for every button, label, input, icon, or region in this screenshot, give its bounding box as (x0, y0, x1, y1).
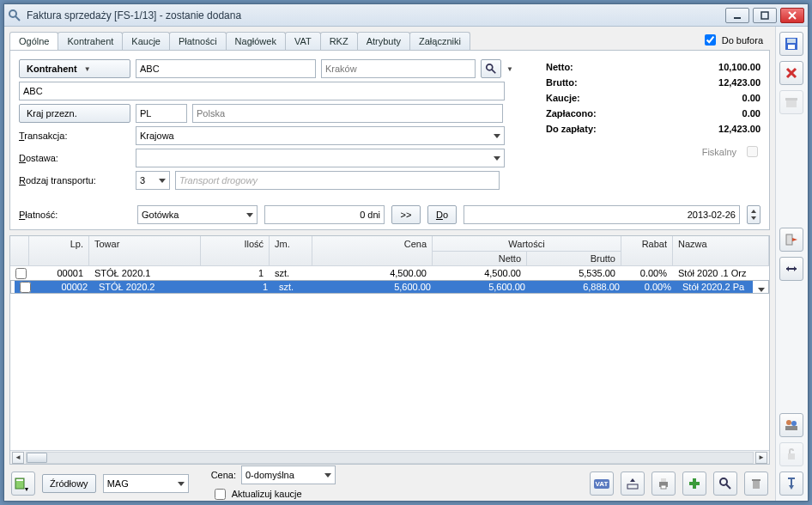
platnosc-label: Płatność: (19, 210, 130, 220)
arrows-h-icon (785, 262, 798, 276)
delete-button[interactable] (744, 472, 768, 496)
row-checkbox[interactable] (15, 268, 27, 279)
svg-point-0 (9, 10, 16, 17)
x-icon (785, 66, 798, 80)
transakcja-label: Transakcja: (19, 131, 130, 141)
maximize-button[interactable] (753, 8, 777, 23)
cancel-button[interactable] (779, 61, 803, 85)
col-ilosc[interactable]: Ilość (201, 236, 270, 252)
tab-platnosci[interactable]: Płatności (169, 32, 227, 50)
print-button[interactable] (651, 472, 676, 496)
col-checkbox[interactable] (10, 236, 29, 252)
svg-marker-33 (786, 266, 789, 271)
add-button[interactable] (682, 472, 706, 496)
magnifier-icon (485, 63, 497, 75)
tab-ogolne[interactable]: Ogólne (9, 32, 58, 50)
tab-naglowek[interactable]: Nagłówek (226, 32, 286, 50)
do-button[interactable]: Do (427, 205, 457, 224)
do-bufora-checkbox[interactable]: Do bufora (701, 32, 770, 48)
netto-label[interactable]: Netto: (546, 59, 573, 75)
scroll-right-button[interactable]: ► (755, 452, 767, 464)
tab-kaucje[interactable]: Kaucje (122, 32, 170, 50)
scroll-thumb[interactable] (27, 453, 47, 463)
tab-atrybuty[interactable]: Atrybuty (357, 32, 410, 50)
window-title: Faktura sprzedaży [FS-1/13] - zostanie d… (27, 9, 725, 21)
platnosc-select[interactable]: Gotówka (137, 205, 258, 224)
close-button[interactable] (780, 8, 804, 23)
pin-icon (785, 477, 798, 490)
lock-open-icon (785, 447, 798, 461)
tab-vat[interactable]: VAT (285, 32, 321, 50)
trash-icon (749, 477, 763, 490)
col-cena[interactable]: Cena (312, 236, 433, 252)
chevron-down-icon: ▼ (84, 65, 91, 73)
door-exit-icon (785, 233, 798, 246)
dostawa-select[interactable] (136, 149, 505, 167)
table-row[interactable]: 00002 STÓŁ 2020.2 1 szt. 5,600.00 5,600.… (10, 280, 769, 294)
dni-input[interactable] (264, 205, 385, 224)
users-button[interactable] (779, 413, 803, 437)
svg-rect-25 (788, 45, 795, 49)
kontrahent-name-input[interactable] (19, 82, 505, 100)
chevron-down-icon: ▼ (24, 486, 30, 492)
floppy-icon (785, 37, 798, 51)
tab-zalaczniki[interactable]: Załączniki (409, 32, 470, 50)
kaucje-value: 0.00 (742, 90, 760, 106)
table-row[interactable]: 00001 STÓŁ 2020.1 1 szt. 4,500.00 4,500.… (10, 266, 769, 280)
width-button[interactable] (779, 257, 803, 281)
svg-rect-3 (761, 12, 768, 19)
kontrahent-city-input[interactable] (321, 59, 476, 78)
tray-up-icon (626, 477, 639, 490)
plus-icon (688, 477, 701, 490)
lookup-button[interactable]: ▼ (11, 472, 35, 496)
zrodlowy-button[interactable]: Źródłowy (42, 474, 96, 493)
col-netto[interactable]: Netto (433, 252, 527, 265)
window: Faktura sprzedaży [FS-1/13] - zostanie d… (3, 3, 809, 502)
svg-marker-31 (792, 238, 797, 241)
minimize-button[interactable] (725, 8, 749, 23)
kraj-button[interactable]: Kraj przezn. (19, 104, 130, 123)
search-button[interactable] (481, 59, 501, 78)
kontrahent-code-input[interactable] (136, 59, 316, 78)
col-rabat[interactable]: Rabat (621, 236, 673, 252)
date-input[interactable] (464, 205, 740, 224)
dozaplaty-value: 12,423.00 (718, 121, 760, 137)
col-nazwa[interactable]: Nazwa (673, 236, 769, 252)
vat-button[interactable]: VAT (590, 472, 614, 496)
transakcja-select[interactable]: Krajowa (136, 126, 505, 145)
svg-point-35 (786, 420, 791, 425)
exit-button[interactable] (779, 228, 803, 252)
fiskalny-label: Fiskalny (702, 147, 736, 157)
col-brutto[interactable]: Brutto (527, 252, 621, 265)
kraj-code-input[interactable] (136, 104, 187, 123)
mag-select[interactable]: MAG (103, 474, 189, 493)
pin-button[interactable] (779, 472, 803, 496)
svg-rect-37 (785, 426, 797, 430)
edit-button[interactable] (713, 472, 737, 496)
do-bufora-label: Do bufora (722, 35, 763, 46)
col-lp[interactable]: Lp. (29, 236, 89, 252)
row-checkbox[interactable] (20, 282, 31, 293)
svg-marker-34 (794, 266, 797, 271)
scroll-left-button[interactable]: ◄ (12, 452, 24, 464)
forward-button[interactable]: >> (391, 205, 421, 224)
archive-button (779, 90, 803, 114)
transport-code-select[interactable]: 3 (136, 171, 170, 190)
chevron-down-icon[interactable]: ▼ (506, 65, 513, 73)
kraj-name-input[interactable] (192, 104, 503, 123)
tab-rkz[interactable]: RKZ (320, 32, 358, 50)
export-button[interactable] (621, 472, 645, 496)
kraj-button-label: Kraj przezn. (27, 108, 77, 119)
horizontal-scrollbar[interactable]: ◄ ► (10, 450, 769, 464)
svg-marker-8 (751, 210, 756, 213)
col-jm[interactable]: Jm. (270, 236, 312, 252)
tab-kontrahent[interactable]: Kontrahent (58, 32, 123, 50)
save-button[interactable] (779, 32, 803, 56)
aktualizuj-kaucje-checkbox[interactable]: Aktualizuj kaucje (211, 486, 336, 502)
date-spinner[interactable] (747, 205, 760, 224)
col-wartosci[interactable]: Wartości (433, 236, 621, 252)
kontrahent-button[interactable]: Kontrahent▼ (19, 59, 130, 78)
col-towar[interactable]: Towar (89, 236, 201, 252)
cena-select[interactable]: 0-domyślna (241, 465, 336, 484)
svg-rect-39 (791, 478, 792, 485)
